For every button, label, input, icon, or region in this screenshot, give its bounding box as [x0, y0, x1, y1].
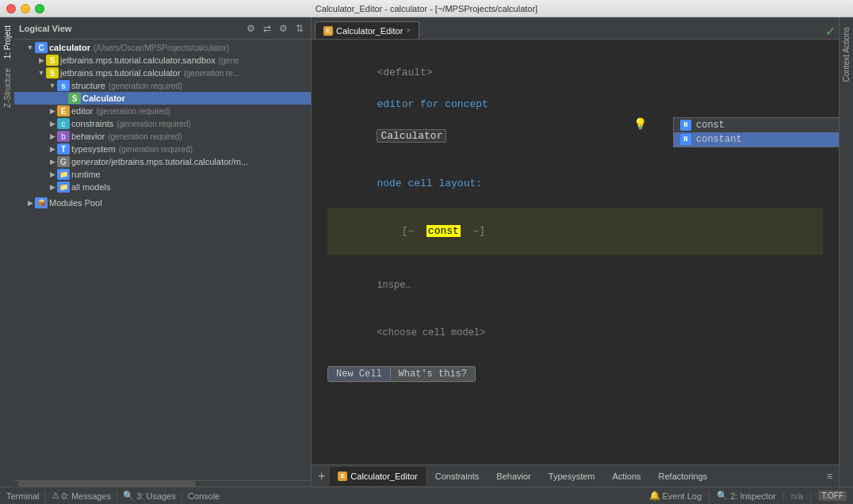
event-log-button[interactable]: 🔔 Event Log	[649, 491, 702, 501]
sandbox-icon: S	[46, 55, 59, 66]
ac-item-const[interactable]: N const make constant	[674, 118, 839, 132]
sidebar-item-calculator-class[interactable]: S Calculator	[14, 92, 311, 105]
typesystem-label: typesystem	[71, 144, 116, 154]
ac-icon-constant: N	[680, 134, 691, 145]
z-structure-tab[interactable]: Z-Structure	[2, 63, 13, 113]
constraints-icon: c	[57, 118, 70, 129]
bottom-tab-refactorings[interactable]: Refactorings	[651, 467, 716, 486]
editor-tab[interactable]: E Calculator_Editor ×	[315, 21, 419, 39]
calculator-icon: C	[35, 42, 48, 53]
editor-line-3: [– const –]	[327, 208, 823, 255]
editor-line-2: node cell layout:	[327, 160, 823, 208]
check-mark: ✓	[825, 24, 836, 39]
runtime-icon: 📁	[57, 169, 70, 180]
sidebar-item-generator[interactable]: ▶ G generator/jetbrains.mps.tutorial.cal…	[14, 155, 311, 168]
sidebar-item-genreq[interactable]: ▼ S jetbrains.mps.tutorial.calculator (g…	[14, 67, 311, 79]
genreq-label: jetbrains.mps.tutorial.calculator	[60, 68, 181, 78]
sync-icon[interactable]: ⇄	[261, 21, 273, 36]
editor-tab-label: Calculator_Editor	[336, 26, 403, 36]
sidebar-item-structure[interactable]: ▼ s structure (generation required)	[14, 79, 311, 92]
modules-pool-label: Modules Pool	[49, 198, 102, 208]
calculator-class-label: Calculator	[82, 94, 125, 103]
sidebar-item-behavior[interactable]: ▶ b behavior (generation required)	[14, 130, 311, 143]
generator-label: generator/jetbrains.mps.tutorial.calcula…	[71, 157, 248, 166]
calculator-label: calculator	[49, 43, 90, 52]
whats-this-button[interactable]: What's this?	[391, 366, 476, 382]
modules-pool-icon: 📦	[35, 197, 48, 208]
usages-button[interactable]: 🔍 3: Usages	[123, 491, 176, 501]
bottom-tab-label-behavior: Behavior	[496, 472, 530, 481]
autocomplete-dropdown[interactable]: N const make constant N constant text la…	[673, 117, 839, 147]
editor-area[interactable]: <default> editor for concept Calculator …	[312, 40, 839, 464]
bottom-tab-behavior[interactable]: Behavior	[488, 467, 538, 486]
close-button[interactable]	[6, 4, 16, 13]
lightbulb-icon[interactable]: 💡	[633, 117, 647, 131]
ac-label-constant: constant	[696, 134, 839, 145]
terminal-button[interactable]: Terminal	[6, 491, 40, 501]
editor-label: editor	[71, 106, 94, 116]
editor-line-choose: <choose cell model>	[327, 309, 823, 357]
structure-icon: s	[57, 80, 70, 91]
editor-icon: E	[57, 105, 70, 116]
window-title: Calculator_Editor - calculator - [~/MPSP…	[316, 4, 537, 13]
editor-line-inspector: inspe…	[327, 262, 823, 309]
event-log-label: Event Log	[663, 491, 702, 501]
toggle-button[interactable]: T:OFF	[818, 491, 847, 501]
bottom-editor-icon: E	[338, 472, 347, 481]
new-cell-area: New Cell What's this?	[327, 366, 823, 382]
ac-icon-const: N	[680, 120, 691, 131]
console-button[interactable]: Console	[188, 491, 220, 501]
generator-icon: G	[57, 156, 70, 167]
maximize-button[interactable]	[35, 4, 44, 13]
ac-item-constant[interactable]: N constant text label	[674, 132, 839, 147]
main-container: 1: Project Z-Structure Logical View ⚙ ⇄ …	[0, 17, 853, 487]
runtime-label: runtime	[71, 170, 101, 179]
all-models-label: all models	[71, 182, 111, 192]
sidebar-item-sandbox[interactable]: ▶ S jetbrains.mps.tutorial.calculator.sa…	[14, 54, 311, 67]
sidebar-item-editor[interactable]: ▶ E editor (generation required)	[14, 105, 311, 117]
behavior-icon: b	[57, 131, 70, 142]
sidebar-item-modules-pool[interactable]: ▶ 📦 Modules Pool	[14, 197, 311, 209]
bottom-tab-actions[interactable]: Actions	[604, 467, 648, 486]
messages-count: 0: Messages	[62, 491, 111, 501]
title-bar: Calculator_Editor - calculator - [~/MPSP…	[0, 0, 853, 17]
bottom-tab-label-typesystem: Typesystem	[549, 472, 595, 481]
settings-icon[interactable]: ⚙	[244, 21, 258, 36]
tab-close-icon[interactable]: ×	[406, 26, 411, 35]
bottom-tab-typesystem[interactable]: Typesystem	[541, 467, 603, 486]
sidebar-toolbar: Logical View ⚙ ⇄ ⚙ ⇅	[14, 17, 311, 40]
bottom-tab-constraints[interactable]: Constraints	[427, 467, 488, 486]
sort-icon[interactable]: ⇅	[293, 21, 306, 36]
bottom-tab-calculator-editor[interactable]: E Calculator_Editor	[330, 467, 425, 486]
structure-label: structure	[71, 81, 105, 90]
inspector-icon: 🔍	[717, 491, 728, 501]
new-cell-button[interactable]: New Cell	[327, 366, 391, 382]
inspector-button[interactable]: 🔍 2: Inspector	[717, 491, 775, 501]
ac-label-const: const	[696, 120, 839, 131]
window-controls	[6, 4, 44, 13]
terminal-label: Terminal	[6, 491, 40, 501]
scrollbar-track	[18, 481, 196, 487]
bottom-menu-icon[interactable]: ≡	[824, 469, 836, 483]
sidebar-item-runtime[interactable]: ▶ 📁 runtime	[14, 168, 311, 181]
status-bar: Terminal | ⚠ 0: Messages | 🔍 3: Usages |…	[0, 487, 853, 504]
sidebar-item-constraints[interactable]: ▶ c constraints (generation required)	[14, 117, 311, 130]
sidebar-item-all-models[interactable]: ▶ 📁 all models	[14, 181, 311, 193]
minimize-button[interactable]	[21, 4, 30, 13]
bottom-tabs: + E Calculator_Editor Constraints Behavi…	[312, 464, 839, 487]
sidebar-item-typesystem[interactable]: ▶ T typesystem (generation required)	[14, 143, 311, 155]
inspector-label: 2: Inspector	[730, 491, 775, 501]
console-label: Console	[188, 491, 220, 501]
messages-button[interactable]: ⚠ 0: Messages	[52, 491, 111, 501]
project-tab[interactable]: 1: Project	[2, 21, 13, 63]
context-actions-tab[interactable]: Context Actions	[839, 21, 853, 88]
editor-tab-icon: E	[323, 26, 333, 36]
sidebar-item-calculator[interactable]: ▼ C calculator (/Users/Oscar/MPSProjects…	[14, 41, 311, 54]
gear-icon[interactable]: ⚙	[277, 21, 290, 36]
genreq-icon: S	[46, 67, 59, 78]
all-models-icon: 📁	[57, 181, 70, 193]
sidebar-scrollbar[interactable]	[14, 480, 311, 487]
sidebar-title: Logical View	[19, 24, 71, 33]
right-panel: E Calculator_Editor × ✓ <default> editor…	[312, 17, 839, 487]
add-tab-button[interactable]: +	[315, 469, 328, 483]
